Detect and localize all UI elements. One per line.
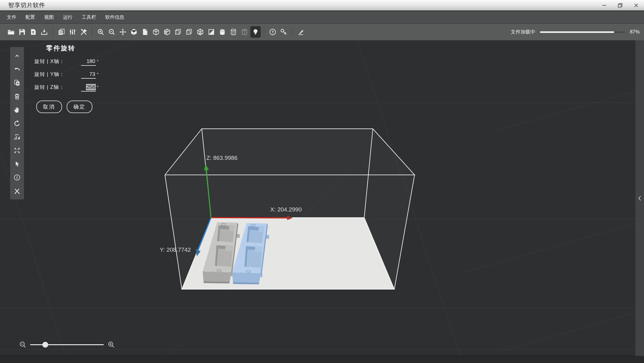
zoom-in-button[interactable] — [96, 26, 106, 38]
cube-dashed-icon — [185, 28, 193, 36]
export-icon — [29, 28, 37, 36]
main-toolbar: 文件加载中 87% — [0, 24, 644, 40]
cube-wireframe-icon — [152, 28, 160, 36]
zoom-out-button[interactable] — [107, 26, 117, 38]
chevron-left-icon — [637, 195, 642, 202]
view-cube-bottom-button[interactable] — [195, 26, 205, 38]
rotate-z-label: 旋转 | Z轴： — [34, 84, 81, 91]
wrench-screwdriver-icon — [80, 28, 88, 36]
app-title: 智享切片软件 — [8, 1, 45, 9]
rotate-button[interactable] — [11, 116, 23, 130]
left-tool-rail — [10, 47, 24, 199]
open-folder-icon — [7, 28, 15, 36]
view-cylinder-points-button[interactable] — [239, 26, 250, 38]
cube-bottom-face-icon — [196, 28, 204, 36]
save-button[interactable] — [17, 26, 27, 38]
rotate-z-unit: ° — [97, 85, 99, 90]
move-arrows-icon — [119, 28, 127, 36]
cut-tool-button[interactable] — [296, 26, 306, 38]
toolbar-separator — [53, 27, 53, 37]
rotate-z-input[interactable]: 256 — [81, 84, 96, 92]
cylinder-points-icon — [240, 28, 248, 36]
minimize-icon — [601, 2, 607, 9]
view-cube-wireframe-button[interactable] — [151, 26, 161, 38]
duplicate-button[interactable] — [11, 76, 23, 89]
tools-button[interactable] — [78, 26, 89, 38]
cube-diagonal-icon — [207, 28, 215, 36]
progress-track — [540, 31, 625, 33]
repair-tools-button[interactable] — [11, 184, 23, 198]
rotate-y-unit: ° — [97, 72, 99, 77]
license-key-button[interactable] — [279, 26, 289, 38]
view-cube-diagonal-button[interactable] — [206, 26, 217, 38]
menu-file[interactable]: 文件 — [4, 14, 19, 21]
mirror-icon — [13, 133, 21, 141]
cube-shaded-icon — [163, 28, 171, 36]
cursor-icon — [13, 160, 21, 168]
zoom-out-icon[interactable] — [19, 341, 26, 348]
rotate-ccw-icon — [13, 120, 21, 127]
axis-label-x: X: 204.2990 — [270, 206, 302, 213]
help-button[interactable] — [267, 26, 278, 38]
right-panel-toggle[interactable] — [635, 40, 644, 356]
mirror-button[interactable] — [11, 130, 23, 144]
cube-dashed-icon — [174, 28, 182, 36]
zoom-slider-track[interactable] — [30, 344, 104, 345]
file-loading-progress: 文件加载中 87% — [511, 29, 640, 35]
rotate-x-row: 旋转 | X轴： 180 ° — [34, 58, 99, 67]
view-cylinder-button[interactable] — [217, 26, 228, 38]
cylinder-icon — [218, 28, 226, 36]
open-file-button[interactable] — [6, 26, 16, 38]
undo-icon — [13, 65, 21, 73]
view-cube-solid-button[interactable] — [129, 26, 139, 38]
rotate-y-input[interactable]: 73 — [81, 71, 96, 79]
export-model-button[interactable] — [28, 26, 38, 38]
move-button[interactable] — [118, 26, 128, 38]
progress-fill — [540, 31, 614, 33]
rotate-x-input[interactable]: 180 — [81, 58, 96, 66]
view-cube-dashed-1-button[interactable] — [173, 26, 183, 38]
menu-software-info[interactable]: 软件信息 — [103, 14, 127, 21]
view-cube-shaded-button[interactable] — [162, 26, 172, 38]
undo-button[interactable] — [11, 62, 23, 76]
view-cylinder-wireframe-button[interactable] — [228, 26, 239, 38]
part-rotation-dialog: 零件旋转 旋转 | X轴： 180 ° 旋转 | Y轴： 73 ° 旋转 | Z… — [34, 44, 99, 113]
axis-label-z: Z: 863.9986 — [206, 155, 237, 161]
cancel-button[interactable]: 取消 — [36, 101, 62, 113]
close-icon — [633, 2, 639, 9]
rotate-y-row: 旋转 | Y轴： 73 ° — [34, 71, 99, 80]
collapse-rail-button[interactable] — [11, 49, 23, 62]
copy-settings-button[interactable] — [56, 26, 67, 38]
select-button[interactable] — [11, 157, 23, 171]
zoom-control — [19, 341, 115, 348]
menu-view[interactable]: 视图 — [42, 14, 56, 21]
parameter-sliders-button[interactable] — [67, 26, 78, 38]
restore-button[interactable] — [612, 0, 628, 10]
form-copy-icon — [57, 28, 65, 36]
dialog-buttons: 取消 确定 — [36, 101, 99, 113]
pan-button[interactable] — [11, 103, 23, 116]
zoom-slider-thumb[interactable] — [42, 342, 48, 348]
rotate-y-label: 旋转 | Y轴： — [34, 71, 81, 78]
zoom-out-icon — [108, 28, 116, 36]
menu-run[interactable]: 运行 — [60, 14, 75, 21]
fit-view-button[interactable] — [11, 144, 23, 157]
import-model-button[interactable] — [39, 26, 49, 38]
bottom-bar — [0, 356, 644, 363]
minimize-button[interactable] — [596, 0, 612, 10]
close-button[interactable] — [628, 0, 644, 10]
menu-toolbar[interactable]: 工具栏 — [79, 14, 99, 21]
delete-button[interactable] — [11, 89, 23, 103]
info-button[interactable] — [11, 171, 23, 184]
duplicate-icon — [13, 79, 21, 87]
confirm-button[interactable]: 确定 — [67, 101, 92, 113]
view-sheet-button[interactable] — [140, 26, 150, 38]
menu-config[interactable]: 配置 — [23, 14, 37, 21]
key-icon — [280, 28, 288, 36]
view-cube-dashed-2-button[interactable] — [184, 26, 194, 38]
light-toggle-button[interactable] — [250, 26, 261, 38]
toolbar-separator — [264, 27, 264, 37]
knife-icon — [297, 28, 305, 36]
zoom-in-icon[interactable] — [107, 341, 115, 348]
crossed-tools-icon — [13, 187, 21, 195]
